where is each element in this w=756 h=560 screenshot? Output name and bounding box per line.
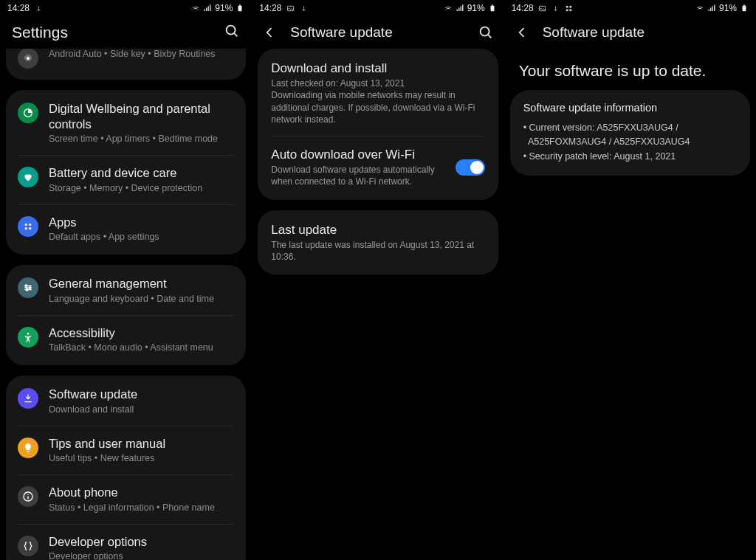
bulb-icon	[18, 438, 38, 458]
app-header: Software update	[252, 16, 504, 49]
accessibility-icon	[18, 327, 38, 348]
svg-point-5	[25, 223, 27, 225]
settings-item-tips[interactable]: Tips and user manual Useful tips • New f…	[18, 426, 234, 475]
item-subtitle: Download and install	[49, 402, 234, 416]
wifi-icon	[444, 4, 453, 13]
battery-icon	[236, 4, 244, 13]
search-icon[interactable]	[478, 24, 494, 41]
item-title: Apps	[49, 215, 234, 230]
item-title: Last update	[271, 222, 484, 238]
info-icon	[18, 486, 38, 507]
item-title: Digital Wellbeing and parental controls	[49, 101, 234, 131]
info-line: • Current version: A525FXXU3AUG4 /	[523, 121, 737, 135]
svg-rect-15	[490, 6, 494, 12]
auto-download-toggle[interactable]	[456, 159, 485, 176]
settings-item-developer-options[interactable]: Developer options Developer options	[18, 524, 234, 560]
last-update-card: Last update The last update was installe…	[258, 210, 498, 275]
svg-rect-23	[742, 6, 746, 12]
svg-rect-20	[570, 5, 572, 7]
signal-icon	[203, 4, 212, 13]
update-status-title: Your software is up to date.	[504, 49, 756, 90]
item-subtitle: Developer options	[49, 549, 234, 560]
page-title: Software update	[543, 24, 746, 41]
signal-icon	[456, 4, 464, 13]
info-line: A525FOXM3AUG4 / A525FXXU3AUG4	[523, 135, 737, 149]
settings-item-software-update[interactable]: Software update Download and install	[6, 377, 246, 426]
svg-point-9	[25, 285, 27, 287]
status-battery-pct: 91%	[467, 3, 485, 13]
item-subtitle: Last checked on: August 13, 2021 Downloa…	[271, 76, 484, 125]
settings-item-advanced-features[interactable]: Advanced features Android Auto • Side ke…	[6, 49, 246, 78]
download-and-install-item[interactable]: Download and install Last checked on: Au…	[258, 50, 498, 136]
screen-settings: 14:28 91% Settings	[0, 0, 252, 560]
settings-item-accessibility[interactable]: Accessibility TalkBack • Mono audio • As…	[18, 315, 234, 364]
svg-point-6	[29, 223, 31, 225]
update-options-card: Download and install Last checked on: Au…	[258, 49, 498, 200]
settings-item-battery-care[interactable]: Battery and device care Storage • Memory…	[18, 155, 234, 204]
update-icon	[18, 388, 38, 409]
back-icon[interactable]	[262, 25, 277, 40]
grid-icon	[565, 4, 574, 13]
last-update-item[interactable]: Last update The last update was installe…	[258, 212, 498, 274]
search-icon[interactable]	[224, 23, 240, 42]
item-subtitle: Language and keyboard • Date and time	[49, 291, 234, 305]
settings-item-about-phone[interactable]: About phone Status • Legal information •…	[18, 474, 234, 524]
update-info-card: Software update information • Current ve…	[510, 90, 750, 176]
settings-item-apps[interactable]: Apps Default apps • App settings	[18, 204, 234, 254]
svg-rect-16	[491, 4, 493, 5]
svg-point-12	[27, 333, 30, 335]
screen-software-update-detail: 14:28 91% Software update Your software …	[504, 0, 756, 560]
svg-rect-0	[238, 6, 242, 12]
app-header: Software update	[504, 16, 756, 49]
image-icon	[286, 4, 295, 13]
status-bar: 14:28 91%	[0, 0, 252, 16]
item-subtitle: Storage • Memory • Device protection	[49, 181, 234, 195]
svg-rect-21	[566, 9, 568, 11]
item-title: Developer options	[49, 534, 234, 550]
sliders-icon	[18, 277, 38, 298]
wifi-icon	[191, 4, 200, 13]
status-time: 14:28	[259, 3, 281, 13]
battery-icon	[488, 4, 497, 13]
info-card-label: Software update information	[523, 102, 737, 121]
screen-software-update-list: 14:28 91% Software update	[252, 0, 504, 560]
item-title: Auto download over Wi-Fi	[271, 147, 444, 162]
svg-rect-1	[239, 4, 241, 5]
info-line: • Security patch level: August 1, 2021	[523, 150, 737, 164]
status-time: 14:28	[7, 3, 30, 13]
status-bar: 14:28 91%	[252, 0, 504, 16]
down-arrow-icon	[34, 4, 43, 13]
settings-item-digital-wellbeing[interactable]: Digital Wellbeing and parental controls …	[6, 91, 246, 155]
apps-icon	[18, 216, 38, 237]
item-subtitle: Status • Legal information • Phone name	[49, 500, 234, 514]
down-arrow-icon	[551, 4, 560, 13]
svg-rect-22	[570, 9, 572, 11]
svg-rect-19	[566, 5, 568, 7]
svg-point-2	[227, 26, 236, 35]
item-title: Tips and user manual	[49, 436, 234, 452]
settings-group: General management Language and keyboard…	[6, 265, 246, 365]
status-bar: 14:28 91%	[504, 0, 756, 16]
wellbeing-icon	[18, 103, 38, 123]
svg-point-17	[480, 27, 489, 36]
item-subtitle: Android Auto • Side key • Bixby Routines	[49, 49, 234, 61]
item-subtitle: Screen time • App timers • Bedtime mode	[49, 131, 234, 145]
back-icon[interactable]	[515, 25, 529, 40]
svg-point-11	[26, 288, 28, 291]
settings-group: Digital Wellbeing and parental controls …	[6, 90, 246, 255]
svg-point-10	[29, 287, 31, 289]
svg-point-8	[29, 227, 31, 229]
braces-icon	[18, 536, 38, 556]
item-title: General management	[49, 276, 234, 291]
settings-item-general-management[interactable]: General management Language and keyboard…	[6, 266, 246, 315]
auto-download-wifi-item[interactable]: Auto download over Wi-Fi Download softwa…	[271, 136, 484, 198]
settings-group: Advanced features Android Auto • Side ke…	[6, 49, 246, 80]
svg-point-7	[25, 227, 27, 229]
item-title: Accessibility	[49, 325, 234, 341]
item-title: Software update	[49, 387, 234, 402]
page-title: Settings	[12, 24, 224, 41]
item-subtitle: Useful tips • New features	[49, 451, 234, 465]
status-battery-pct: 91%	[719, 3, 737, 13]
svg-rect-24	[743, 4, 746, 5]
wifi-icon	[695, 4, 704, 13]
